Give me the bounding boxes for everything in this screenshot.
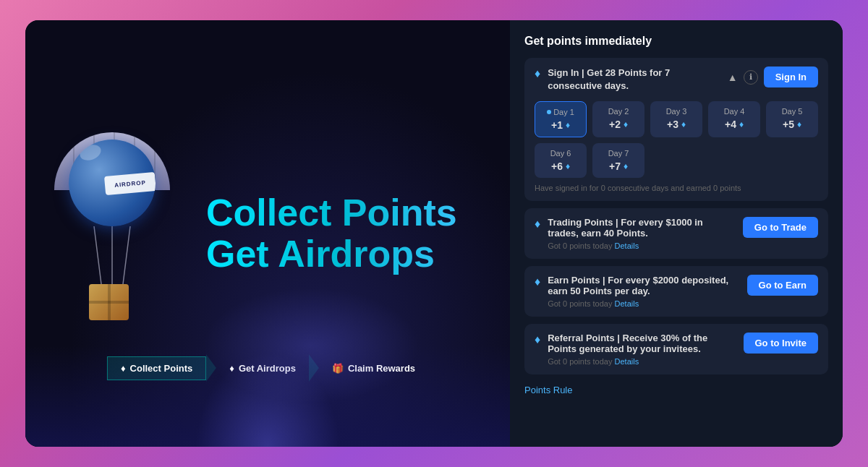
day-1-label: Day 1	[544, 108, 577, 116]
day-card-3: Day 3 +3 ♦	[650, 101, 702, 137]
day-card-1: Day 1 +1 ♦	[535, 101, 587, 137]
day-5-points: +5 ♦	[775, 119, 809, 130]
signin-button[interactable]: Sign In	[764, 67, 818, 87]
day-6-diamond: ♦	[566, 161, 570, 171]
stage-scene	[25, 346, 510, 447]
day-2-points: +2 ♦	[601, 119, 636, 130]
referral-text: Referral Points | Receive 30% of the Poi…	[548, 333, 736, 366]
get-airdrops-icon: ♦	[229, 363, 234, 374]
main-container: AIRDROP Collect Points Get Airdrops ♦ Co…	[25, 20, 843, 447]
earn-text: Earn Points | For every $2000 deposited,…	[548, 275, 739, 308]
referral-diamond-icon: ♦	[535, 333, 540, 346]
day-card-4: Day 4 +4 ♦	[708, 101, 760, 137]
step-arrow-2	[309, 354, 319, 382]
day-3-diamond: ♦	[681, 119, 686, 129]
day-card-2: Day 2 +2 ♦	[592, 101, 644, 137]
step-get-airdrops[interactable]: ♦ Get Airdrops	[216, 357, 309, 380]
balloon-box	[89, 284, 129, 320]
steps-bar: ♦ Collect Points ♦ Get Airdrops 🎁 Claim …	[107, 354, 428, 382]
day-1-points: +1 ♦	[544, 119, 577, 131]
days-grid: Day 1 +1 ♦ Day 2 +2	[535, 101, 818, 178]
day-6-points: +6 ♦	[543, 160, 578, 172]
left-panel: AIRDROP Collect Points Get Airdrops ♦ Co…	[25, 20, 510, 447]
day-4-points: +4 ♦	[717, 119, 752, 130]
referral-sub: Got 0 points today Details	[548, 357, 736, 366]
stage-light	[195, 353, 340, 447]
trading-details-link[interactable]: Details	[615, 241, 639, 250]
day-2-diamond: ♦	[624, 119, 628, 129]
go-to-trade-button[interactable]: Go to Trade	[743, 217, 818, 238]
signin-chevron-icon[interactable]: ▲	[728, 72, 738, 83]
day-3-label: Day 3	[659, 107, 694, 116]
go-to-earn-button[interactable]: Go to Earn	[747, 275, 818, 296]
right-panel-title: Get points immediately	[524, 35, 828, 48]
day-6-label: Day 6	[543, 149, 578, 158]
trading-title: Trading Points | For every $1000 in trad…	[548, 217, 736, 239]
day-5-diamond: ♦	[797, 119, 801, 129]
trading-text: Trading Points | For every $1000 in trad…	[548, 217, 736, 250]
day-card-7: Day 7 +7 ♦	[592, 143, 644, 178]
day-7-points: +7 ♦	[601, 160, 636, 172]
points-rule-link[interactable]: Points Rule	[524, 385, 828, 395]
trading-section: ♦ Trading Points | For every $1000 in tr…	[524, 208, 828, 259]
trading-content: ♦ Trading Points | For every $1000 in tr…	[535, 217, 736, 250]
day-7-diamond: ♦	[624, 161, 628, 171]
step-collect-points-label: Collect Points	[130, 363, 193, 374]
signin-diamond-icon: ♦	[535, 67, 540, 80]
day-1-diamond: ♦	[566, 120, 570, 130]
earn-content: ♦ Earn Points | For every $2000 deposite…	[535, 275, 740, 308]
signin-header: ♦ Sign In | Get 28 Points for 7 consecut…	[524, 58, 828, 101]
signin-streak-info: Have signed in for 0 consecutive days an…	[535, 184, 818, 192]
day-card-5: Day 5 +5 ♦	[766, 101, 818, 137]
step-collect-points[interactable]: ♦ Collect Points	[107, 356, 206, 380]
day-1-dot	[547, 110, 551, 114]
go-to-invite-button[interactable]: Go to Invite	[744, 333, 819, 354]
day-5-label: Day 5	[775, 107, 809, 116]
step-claim-rewards-label: Claim Rewards	[348, 363, 415, 374]
referral-section: ♦ Referral Points | Receive 30% of the P…	[524, 324, 828, 374]
earn-title: Earn Points | For every $2000 deposited,…	[548, 275, 739, 296]
signin-header-left: ♦ Sign In | Get 28 Points for 7 consecut…	[535, 67, 720, 93]
signin-actions: ▲ ℹ Sign In	[728, 67, 818, 87]
balloon-globe: AIRDROP	[69, 140, 156, 226]
step-claim-rewards[interactable]: 🎁 Claim Rewards	[319, 357, 428, 380]
signin-body: Day 1 +1 ♦ Day 2 +2	[524, 101, 828, 201]
step-get-airdrops-label: Get Airdrops	[239, 363, 296, 374]
day-7-label: Day 7	[601, 149, 636, 158]
balloon-illustration: AIRDROP	[47, 132, 184, 335]
balloon-label: AIRDROP	[104, 172, 156, 195]
ropes	[80, 226, 145, 284]
svg-line-2	[123, 226, 130, 284]
right-panel: Get points immediately ♦ Sign In | Get 2…	[510, 20, 843, 447]
step-arrow-1	[206, 354, 216, 382]
hero-title-line1: Collect Points	[206, 192, 481, 234]
signin-title: Sign In | Get 28 Points for 7 consecutiv…	[548, 67, 720, 93]
earn-details-link[interactable]: Details	[615, 299, 639, 308]
day-4-label: Day 4	[717, 107, 752, 116]
trading-diamond-icon: ♦	[535, 218, 540, 231]
day-2-label: Day 2	[601, 107, 636, 116]
referral-content: ♦ Referral Points | Receive 30% of the P…	[535, 333, 736, 366]
referral-title: Referral Points | Receive 30% of the Poi…	[548, 333, 736, 354]
earn-section: ♦ Earn Points | For every $2000 deposite…	[524, 266, 828, 317]
earn-sub: Got 0 points today Details	[548, 299, 739, 308]
collect-points-icon: ♦	[121, 363, 126, 374]
day-3-points: +3 ♦	[659, 119, 694, 130]
svg-line-0	[94, 226, 101, 284]
day-4-diamond: ♦	[739, 119, 744, 129]
signin-info-icon[interactable]: ℹ	[744, 70, 758, 85]
earn-diamond-icon: ♦	[535, 275, 540, 288]
day-card-6: Day 6 +6 ♦	[535, 143, 587, 178]
hero-title-line2: Get Airdrops	[206, 234, 481, 275]
hero-text: Collect Points Get Airdrops	[206, 192, 481, 275]
trading-sub: Got 0 points today Details	[548, 241, 736, 250]
referral-details-link[interactable]: Details	[615, 357, 639, 366]
signin-section: ♦ Sign In | Get 28 Points for 7 consecut…	[524, 58, 828, 201]
claim-rewards-icon: 🎁	[332, 363, 344, 374]
